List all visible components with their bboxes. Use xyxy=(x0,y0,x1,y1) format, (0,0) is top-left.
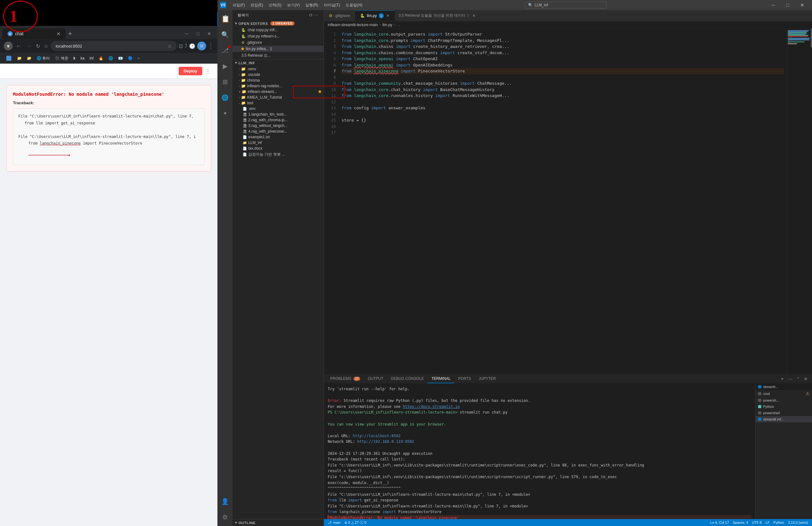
open-editors-header[interactable]: ▾ OPEN EDITORS 1 unsaved xyxy=(233,20,323,27)
url-bar[interactable] xyxy=(56,44,167,48)
breadcrumb-root[interactable]: inflearn-streamlit-lecture-main xyxy=(328,23,378,27)
tree-item-tax[interactable]: 📄 tax.docx xyxy=(233,146,323,151)
menu-terminal[interactable]: 터미널(T) xyxy=(321,2,343,9)
tab-debug[interactable]: DEBUG CONSOLE xyxy=(387,375,428,383)
bookmark-folder2[interactable]: 📁 xyxy=(25,55,33,61)
bookmark-folder1[interactable]: 📁 xyxy=(15,55,24,61)
file-item-chat-copy[interactable]: 🐍 chat copy.py infl... xyxy=(233,27,323,33)
tab-close-btn[interactable]: ✕ xyxy=(56,31,60,37)
llm-inf-section-header[interactable]: ▾ LLM_INF xyxy=(233,60,323,66)
forward-button[interactable]: → xyxy=(25,42,33,51)
bookmark-k[interactable]: k xyxy=(72,55,77,61)
file-item-retrieval[interactable]: 3.5 Retrieval 요... xyxy=(233,52,323,59)
tab-ports[interactable]: PORTS xyxy=(454,375,475,383)
bookmark-apps[interactable] xyxy=(4,55,14,62)
tree-item-test[interactable]: › 📁 test xyxy=(233,100,323,106)
term-tab-streamlit2[interactable]: streamlit inf... xyxy=(756,416,812,422)
bookmark-emoji2[interactable]: 🌐 xyxy=(106,55,115,61)
close-button[interactable]: ✕ xyxy=(204,30,215,38)
menu-help[interactable]: 도움말(H) xyxy=(343,2,365,9)
tree-item-kmea[interactable]: › 📁 KMEA_LLM_Tutorial xyxy=(233,94,323,100)
vscode-minimize[interactable]: ─ xyxy=(766,0,781,10)
tab-output[interactable]: OUTPUT xyxy=(364,375,387,383)
term-tab-cmd[interactable]: cmd ⚠ xyxy=(756,390,812,397)
menu-edit[interactable]: 편집(E) xyxy=(248,2,266,9)
activity-remote[interactable]: 🌐 xyxy=(217,90,233,105)
maximize-button[interactable]: □ xyxy=(192,30,204,38)
share-button[interactable]: ⤴ xyxy=(185,43,187,49)
browser-tab[interactable]: ● chat ✕ xyxy=(2,28,66,39)
menu-selection[interactable]: 선택(S) xyxy=(266,2,284,9)
activity-search[interactable]: 🔍 xyxy=(217,27,233,42)
tree-item-chroma[interactable]: › 📁 chroma xyxy=(233,77,323,83)
extensions-button[interactable]: ⊡ xyxy=(179,43,183,49)
breadcrumb-symbol[interactable]: ... xyxy=(397,23,400,27)
bookmark-emoji4[interactable]: 🔵 xyxy=(126,55,134,61)
tab-close-retrieval[interactable]: ✕ xyxy=(472,14,476,18)
reload-button[interactable]: ↻ xyxy=(35,42,41,50)
activity-run[interactable]: ▶ xyxy=(217,59,233,74)
menu-view[interactable]: 보기(V) xyxy=(285,2,302,9)
code-editor[interactable]: from langchain_core.output_parsers impor… xyxy=(340,29,787,374)
activity-account[interactable]: 👤 xyxy=(217,494,233,509)
profile-avatar[interactable]: U xyxy=(197,42,206,50)
history-button[interactable]: 🕐 xyxy=(189,43,195,49)
tree-item-vscode[interactable]: › 📁 .vscode xyxy=(233,72,323,77)
tree-item-rag-without[interactable]: 📓 3.rag_without_langch... xyxy=(233,123,323,129)
tree-item-venv[interactable]: › 📁 .venv xyxy=(233,66,323,72)
vscode-close[interactable]: ✕ xyxy=(795,0,810,10)
explorer-action1[interactable]: ⟳ xyxy=(309,13,313,18)
status-spaces[interactable]: Spaces: 4 xyxy=(733,521,748,524)
status-venv[interactable]: 3.13.0 (venv) xyxy=(788,521,808,524)
bookmark-github[interactable]: ⚫ 백준 xyxy=(53,55,70,62)
menu-run[interactable]: 실행(R) xyxy=(303,2,321,9)
more-options-button[interactable]: ⋮ xyxy=(205,68,211,74)
activity-copilot[interactable]: ✦ xyxy=(217,106,233,121)
activity-explorer[interactable]: 📋 xyxy=(217,11,233,27)
bookmark-tutor[interactable]: 🌐 튜터 xyxy=(35,55,52,62)
tab-close-llm[interactable]: ✕ xyxy=(386,14,390,18)
outline-header[interactable]: ▾ OUTLINE xyxy=(235,521,321,525)
tree-item-llm-inf[interactable]: 📁 LLM_inf xyxy=(233,140,323,146)
file-item-chat[interactable]: 🐍 chat.py inflearn-s... xyxy=(233,33,323,39)
vscode-maximize[interactable]: □ xyxy=(781,0,795,10)
bookmark-inf[interactable]: inf xyxy=(88,55,96,61)
status-encoding[interactable]: UTF-8 xyxy=(752,521,762,524)
tree-item-example1[interactable]: 📄 example1.txt xyxy=(233,134,323,140)
status-ln-col[interactable]: Ln 9, Col 17 xyxy=(710,521,729,524)
deploy-button[interactable]: Deploy xyxy=(179,67,202,75)
explorer-action2[interactable]: ⋯ xyxy=(314,13,319,18)
panel-close[interactable]: ✕ xyxy=(802,375,810,383)
status-line-ending[interactable]: LF xyxy=(766,521,770,524)
term-tab-powershell2[interactable]: powershell xyxy=(756,410,812,416)
menu-file[interactable]: 파일(F) xyxy=(230,2,247,9)
activity-extensions[interactable]: ⊞ xyxy=(217,74,233,89)
tab-problems[interactable]: PROBLEMS 27 xyxy=(327,375,364,383)
tree-item-chatbot[interactable]: 📄 감정지능 기반 챗봇 ... xyxy=(233,151,323,158)
tree-item-rag-pinecone[interactable]: 📓 4.rag_with_pineconei... xyxy=(233,129,323,134)
tab-gitignore[interactable]: ⚙ .gitignore xyxy=(324,11,355,20)
bookmark-ka[interactable]: ka xyxy=(78,55,86,61)
status-errors[interactable]: ⊘ 0 △ 27 ⓘ 0 xyxy=(344,520,366,525)
panel-split[interactable]: ⋯ xyxy=(785,375,794,383)
tree-item-inflearn-rag[interactable]: › 📁 inflearn-rag-notebo... xyxy=(233,83,323,89)
bookmark-more[interactable]: » xyxy=(136,55,142,61)
bookmark-emoji1[interactable]: 🔥 xyxy=(97,55,105,61)
tab-llm[interactable]: 🐍 llm.py 1 ✕ xyxy=(355,10,394,21)
status-language[interactable]: Python xyxy=(773,521,784,524)
term-tab-powershell1[interactable]: powersh... xyxy=(756,397,812,404)
term-tab-python[interactable]: Python xyxy=(756,404,812,410)
tab-terminal[interactable]: TERMINAL xyxy=(427,375,454,383)
activity-git[interactable]: ⎇ xyxy=(217,43,233,58)
menu-button[interactable]: ⋮ xyxy=(208,43,214,49)
breadcrumb-file[interactable]: llm.py xyxy=(382,23,392,27)
tree-item-langchain[interactable]: 📓 1.langchain_llm_testi... xyxy=(233,112,323,117)
profile-button[interactable]: ▾ xyxy=(4,42,13,50)
home-button[interactable]: ⌂ xyxy=(43,42,49,50)
file-item-gitignore[interactable]: ⚙ .gitignore xyxy=(233,39,323,46)
panel-maximize[interactable]: ⌃ xyxy=(794,375,802,383)
tab-jupyter[interactable]: JUPYTER xyxy=(475,375,500,383)
terminal-output[interactable]: Try 'streamlit run --help' for help. Err… xyxy=(324,384,755,519)
term-tab-streamlit1[interactable]: streamli... xyxy=(756,384,812,390)
bookmark-emoji3[interactable]: 📧 xyxy=(116,55,125,61)
